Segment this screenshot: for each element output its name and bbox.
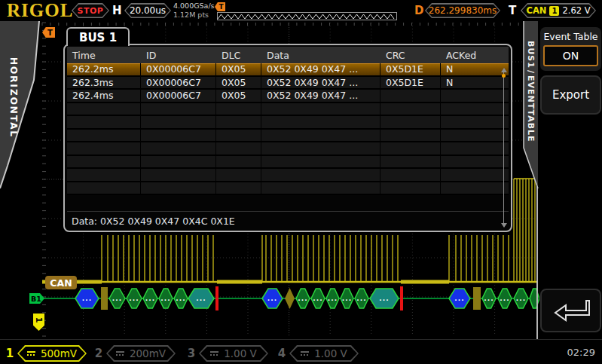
can-data-segment xyxy=(159,289,173,308)
column-header: Time xyxy=(67,50,141,61)
can-segment-label: ... xyxy=(298,295,307,302)
table-cell xyxy=(67,130,141,142)
table-row-empty[interactable] xyxy=(67,130,509,143)
event-table-toggle-value[interactable]: ON xyxy=(543,45,598,66)
table-cell xyxy=(67,156,141,168)
trigger-position-marker[interactable]: T xyxy=(42,27,55,38)
table-cell xyxy=(141,156,216,168)
table-cell: N xyxy=(441,77,509,89)
can-crc-segment xyxy=(370,289,399,308)
table-cell xyxy=(261,156,380,168)
table-row[interactable]: 262.4ms0X00006C70X050X52 0X49 0X47 ... xyxy=(67,90,509,103)
trigger-info-badge[interactable]: CAN 1 2.62 V xyxy=(521,3,596,18)
table-cell xyxy=(261,116,380,128)
channel1-position-marker[interactable]: 1 xyxy=(33,314,44,331)
table-cell xyxy=(216,182,261,194)
table-cell xyxy=(380,130,441,142)
run-state-badge[interactable]: STOP xyxy=(72,3,109,18)
table-row-empty[interactable] xyxy=(67,103,509,117)
dc-coupling-icon xyxy=(301,351,309,356)
channel-scale-badge: 1.00 V xyxy=(199,345,268,362)
export-button[interactable]: Export xyxy=(540,75,601,115)
memory-waveform-strip[interactable] xyxy=(217,12,397,20)
can-control-segment xyxy=(473,287,481,310)
can-data-segment xyxy=(174,289,188,308)
channel-2-badge[interactable]: 2200mV xyxy=(93,345,176,362)
can-data-segment xyxy=(498,289,512,308)
table-cell: 0X05 xyxy=(216,90,261,102)
enter-button[interactable] xyxy=(540,289,601,332)
event-table-toggle[interactable]: Event Table ON xyxy=(540,27,601,71)
table-cell xyxy=(380,156,441,168)
can-segment-label: ... xyxy=(500,295,509,302)
table-cell: 262.3ms xyxy=(67,77,141,89)
channel-status-bar: 1500mV2200mV31.00 V41.00 V 02:29 xyxy=(0,339,602,364)
can-control-segment xyxy=(285,288,295,309)
delay-value-badge[interactable]: 262.299830ms xyxy=(425,3,500,18)
bus1-position-marker[interactable]: B1 xyxy=(29,293,44,304)
clock: 02:29 xyxy=(567,347,595,358)
channel-number: 3 xyxy=(186,347,197,360)
channel-scale: 1.00 V xyxy=(224,347,257,359)
table-cell xyxy=(261,103,380,115)
can-segment-label: ... xyxy=(342,295,352,302)
table-cell xyxy=(216,142,261,154)
timebase-badge[interactable]: 20.00us xyxy=(124,3,171,18)
acquisition-info: 4.000GSa/s 1.12M pts xyxy=(173,2,212,20)
table-cell xyxy=(141,182,216,194)
can-id-segment xyxy=(449,289,470,308)
oscilloscope-screen: RIGOL STOP H 20.00us 4.000GSa/s 1.12M pt… xyxy=(0,0,602,364)
can-segment-label: ... xyxy=(196,295,206,302)
channel-1-badge[interactable]: 1500mV xyxy=(5,345,87,362)
table-row-empty[interactable] xyxy=(67,169,509,182)
can-error-marker xyxy=(400,286,403,310)
table-row-empty[interactable] xyxy=(67,142,509,156)
channel-scale-badge: 1.00 V xyxy=(289,345,359,362)
event-table-tab[interactable]: BUS 1 xyxy=(66,27,130,46)
table-cell xyxy=(441,103,509,115)
table-row[interactable]: 262.3ms0X00006C70X050X52 0X49 0X47 ...0X… xyxy=(67,77,509,90)
channel-3-badge[interactable]: 31.00 V xyxy=(186,345,268,362)
horizontal-menu-tab[interactable]: HORIZONTAL xyxy=(0,21,42,194)
column-header: Data xyxy=(261,50,380,61)
delay-label: D xyxy=(414,4,423,17)
can-segment-label: ... xyxy=(267,295,277,302)
table-cell: 0X52 0X49 0X47 ... xyxy=(261,63,380,75)
run-state-label: STOP xyxy=(78,6,104,16)
table-row[interactable]: 262.2ms0X00006C70X050X52 0X49 0X47 ...0X… xyxy=(67,63,509,77)
table-cell xyxy=(141,130,216,142)
table-cell: 0X05 xyxy=(216,63,261,75)
strip-separator: / xyxy=(526,70,536,74)
can-id-segment xyxy=(262,289,283,308)
strip-eventtable-label: EVENTTABLE xyxy=(526,75,536,142)
event-table-scrollbar[interactable] xyxy=(500,68,507,228)
can-segment-label: ... xyxy=(82,295,92,302)
can-segment-label: ... xyxy=(145,295,155,302)
trigger-position-icon: T xyxy=(215,2,225,11)
event-table-footer: Data: 0X52 0X49 0X47 0X4C 0X1E xyxy=(67,211,509,231)
table-row-empty[interactable] xyxy=(67,182,509,196)
can-data-segment xyxy=(326,289,339,308)
table-row-empty[interactable] xyxy=(67,156,509,170)
trigger-label: T xyxy=(509,4,516,17)
can-segment-label: ... xyxy=(112,295,122,302)
softkey-menu-panel: Event Table ON Export xyxy=(539,21,602,339)
table-cell: 0X00006C7 xyxy=(141,63,216,75)
table-cell xyxy=(67,116,141,128)
channel-scale: 500mV xyxy=(41,347,77,359)
can-data-segment xyxy=(530,289,539,308)
table-cell xyxy=(441,169,509,181)
table-cell xyxy=(380,142,441,154)
event-table-toggle-label: Event Table xyxy=(540,27,601,45)
column-header: DLC xyxy=(216,50,261,61)
table-cell: 0X5D1E xyxy=(380,77,441,89)
can-data-segment xyxy=(127,289,142,308)
dc-coupling-icon xyxy=(210,351,218,356)
scrollbar-thumb[interactable] xyxy=(502,74,506,78)
channel-4-badge[interactable]: 41.00 V xyxy=(277,345,359,362)
table-cell xyxy=(67,169,141,181)
can-data-segment xyxy=(514,289,528,308)
menu-name-strip[interactable]: BUS1 / EVENTTABLE xyxy=(523,21,539,194)
table-row-empty[interactable] xyxy=(67,116,509,130)
waveform-display-area: ........................................… xyxy=(0,21,602,339)
